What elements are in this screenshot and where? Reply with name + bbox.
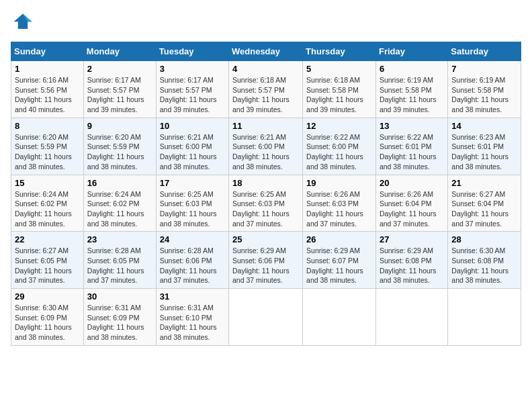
day-number: 31	[160, 291, 225, 302]
day-info: Sunrise: 6:26 AM Sunset: 6:04 PM Dayligh…	[380, 189, 444, 229]
day-info: Sunrise: 6:25 AM Sunset: 6:03 PM Dayligh…	[232, 189, 299, 229]
day-number: 28	[451, 234, 517, 244]
calendar-cell: 18Sunrise: 6:25 AM Sunset: 6:03 PM Dayli…	[229, 175, 303, 232]
day-info: Sunrise: 6:17 AM Sunset: 5:57 PM Dayligh…	[160, 75, 225, 115]
day-info: Sunrise: 6:24 AM Sunset: 6:02 PM Dayligh…	[87, 189, 152, 229]
day-info: Sunrise: 6:18 AM Sunset: 5:58 PM Dayligh…	[306, 75, 372, 115]
day-info: Sunrise: 6:23 AM Sunset: 6:01 PM Dayligh…	[451, 132, 517, 172]
calendar-cell: 23Sunrise: 6:28 AM Sunset: 6:05 PM Dayli…	[83, 232, 156, 289]
day-number: 24	[160, 234, 225, 244]
day-number: 8	[15, 121, 80, 131]
day-number: 27	[380, 234, 444, 244]
logo	[11, 11, 39, 35]
day-number: 18	[232, 178, 299, 188]
day-info: Sunrise: 6:18 AM Sunset: 5:57 PM Dayligh…	[232, 75, 299, 115]
day-info: Sunrise: 6:25 AM Sunset: 6:03 PM Dayligh…	[160, 189, 225, 229]
calendar-cell: 28Sunrise: 6:30 AM Sunset: 6:08 PM Dayli…	[448, 232, 521, 289]
calendar-cell: 3Sunrise: 6:17 AM Sunset: 5:57 PM Daylig…	[156, 61, 228, 118]
day-number: 2	[87, 64, 152, 74]
day-number: 12	[306, 121, 372, 131]
day-number: 11	[232, 121, 299, 131]
calendar-header-row: SundayMondayTuesdayWednesdayThursdayFrid…	[11, 42, 521, 61]
day-number: 19	[306, 178, 372, 188]
day-info: Sunrise: 6:29 AM Sunset: 6:06 PM Dayligh…	[232, 246, 299, 285]
calendar-cell: 12Sunrise: 6:22 AM Sunset: 6:00 PM Dayli…	[303, 118, 376, 175]
calendar-cell	[448, 289, 521, 346]
day-number: 21	[451, 178, 517, 188]
calendar-cell: 31Sunrise: 6:31 AM Sunset: 6:10 PM Dayli…	[156, 289, 228, 346]
day-info: Sunrise: 6:29 AM Sunset: 6:07 PM Dayligh…	[306, 246, 372, 285]
day-number: 4	[232, 64, 299, 74]
col-header-friday: Friday	[375, 42, 447, 61]
calendar-cell: 25Sunrise: 6:29 AM Sunset: 6:06 PM Dayli…	[229, 232, 303, 289]
day-info: Sunrise: 6:16 AM Sunset: 5:56 PM Dayligh…	[15, 75, 80, 115]
calendar-cell: 7Sunrise: 6:19 AM Sunset: 5:58 PM Daylig…	[448, 61, 521, 118]
calendar-cell: 1Sunrise: 6:16 AM Sunset: 5:56 PM Daylig…	[11, 61, 84, 118]
calendar-cell: 4Sunrise: 6:18 AM Sunset: 5:57 PM Daylig…	[229, 61, 303, 118]
calendar-week-row: 22Sunrise: 6:27 AM Sunset: 6:05 PM Dayli…	[11, 232, 521, 289]
day-info: Sunrise: 6:21 AM Sunset: 6:00 PM Dayligh…	[160, 132, 225, 172]
calendar-cell: 9Sunrise: 6:20 AM Sunset: 5:59 PM Daylig…	[83, 118, 156, 175]
calendar-cell: 5Sunrise: 6:18 AM Sunset: 5:58 PM Daylig…	[303, 61, 376, 118]
day-info: Sunrise: 6:17 AM Sunset: 5:57 PM Dayligh…	[87, 75, 152, 115]
day-number: 1	[15, 64, 80, 74]
day-info: Sunrise: 6:28 AM Sunset: 6:05 PM Dayligh…	[87, 246, 152, 285]
calendar-cell: 6Sunrise: 6:19 AM Sunset: 5:58 PM Daylig…	[375, 61, 447, 118]
calendar-week-row: 15Sunrise: 6:24 AM Sunset: 6:02 PM Dayli…	[11, 175, 521, 232]
calendar-cell	[303, 289, 376, 346]
day-info: Sunrise: 6:28 AM Sunset: 6:06 PM Dayligh…	[160, 246, 225, 285]
day-info: Sunrise: 6:31 AM Sunset: 6:10 PM Dayligh…	[160, 303, 225, 342]
calendar-cell: 26Sunrise: 6:29 AM Sunset: 6:07 PM Dayli…	[303, 232, 376, 289]
day-number: 25	[232, 234, 299, 244]
day-number: 20	[380, 178, 444, 188]
day-info: Sunrise: 6:31 AM Sunset: 6:09 PM Dayligh…	[87, 303, 152, 342]
day-number: 6	[380, 64, 444, 74]
col-header-wednesday: Wednesday	[229, 42, 303, 61]
day-info: Sunrise: 6:24 AM Sunset: 6:02 PM Dayligh…	[15, 189, 80, 229]
day-number: 15	[15, 178, 80, 188]
day-info: Sunrise: 6:21 AM Sunset: 6:00 PM Dayligh…	[232, 132, 299, 172]
day-info: Sunrise: 6:26 AM Sunset: 6:03 PM Dayligh…	[306, 189, 372, 229]
calendar-cell: 16Sunrise: 6:24 AM Sunset: 6:02 PM Dayli…	[83, 175, 156, 232]
day-number: 16	[87, 178, 152, 188]
calendar-cell	[229, 289, 303, 346]
day-info: Sunrise: 6:20 AM Sunset: 5:59 PM Dayligh…	[15, 132, 80, 172]
col-header-thursday: Thursday	[303, 42, 376, 61]
calendar-table: SundayMondayTuesdayWednesdayThursdayFrid…	[11, 42, 521, 346]
calendar-cell: 24Sunrise: 6:28 AM Sunset: 6:06 PM Dayli…	[156, 232, 228, 289]
calendar-cell: 2Sunrise: 6:17 AM Sunset: 5:57 PM Daylig…	[83, 61, 156, 118]
day-number: 17	[160, 178, 225, 188]
calendar-week-row: 1Sunrise: 6:16 AM Sunset: 5:56 PM Daylig…	[11, 61, 521, 118]
day-number: 13	[380, 121, 444, 131]
day-number: 23	[87, 234, 152, 244]
calendar-week-row: 29Sunrise: 6:30 AM Sunset: 6:09 PM Dayli…	[11, 289, 521, 346]
day-info: Sunrise: 6:29 AM Sunset: 6:08 PM Dayligh…	[380, 246, 444, 285]
day-info: Sunrise: 6:20 AM Sunset: 5:59 PM Dayligh…	[87, 132, 152, 172]
calendar-cell: 27Sunrise: 6:29 AM Sunset: 6:08 PM Dayli…	[375, 232, 447, 289]
day-info: Sunrise: 6:19 AM Sunset: 5:58 PM Dayligh…	[451, 75, 517, 115]
col-header-monday: Monday	[83, 42, 156, 61]
day-number: 7	[451, 64, 517, 74]
day-number: 3	[160, 64, 225, 74]
day-info: Sunrise: 6:19 AM Sunset: 5:58 PM Dayligh…	[380, 75, 444, 115]
calendar-cell: 21Sunrise: 6:27 AM Sunset: 6:04 PM Dayli…	[448, 175, 521, 232]
calendar-cell: 22Sunrise: 6:27 AM Sunset: 6:05 PM Dayli…	[11, 232, 84, 289]
day-info: Sunrise: 6:27 AM Sunset: 6:05 PM Dayligh…	[15, 246, 80, 285]
calendar-cell: 19Sunrise: 6:26 AM Sunset: 6:03 PM Dayli…	[303, 175, 376, 232]
logo-icon	[11, 11, 35, 35]
day-number: 14	[451, 121, 517, 131]
calendar-cell: 13Sunrise: 6:22 AM Sunset: 6:01 PM Dayli…	[375, 118, 447, 175]
calendar-cell: 10Sunrise: 6:21 AM Sunset: 6:00 PM Dayli…	[156, 118, 228, 175]
calendar-cell: 15Sunrise: 6:24 AM Sunset: 6:02 PM Dayli…	[11, 175, 84, 232]
calendar-week-row: 8Sunrise: 6:20 AM Sunset: 5:59 PM Daylig…	[11, 118, 521, 175]
day-number: 22	[15, 234, 80, 244]
day-info: Sunrise: 6:22 AM Sunset: 6:00 PM Dayligh…	[306, 132, 372, 172]
day-info: Sunrise: 6:30 AM Sunset: 6:09 PM Dayligh…	[15, 303, 80, 342]
day-info: Sunrise: 6:27 AM Sunset: 6:04 PM Dayligh…	[451, 189, 517, 229]
day-number: 10	[160, 121, 225, 131]
day-number: 5	[306, 64, 372, 74]
day-number: 29	[15, 291, 80, 302]
calendar-cell: 11Sunrise: 6:21 AM Sunset: 6:00 PM Dayli…	[229, 118, 303, 175]
col-header-tuesday: Tuesday	[156, 42, 228, 61]
calendar-cell: 20Sunrise: 6:26 AM Sunset: 6:04 PM Dayli…	[375, 175, 447, 232]
